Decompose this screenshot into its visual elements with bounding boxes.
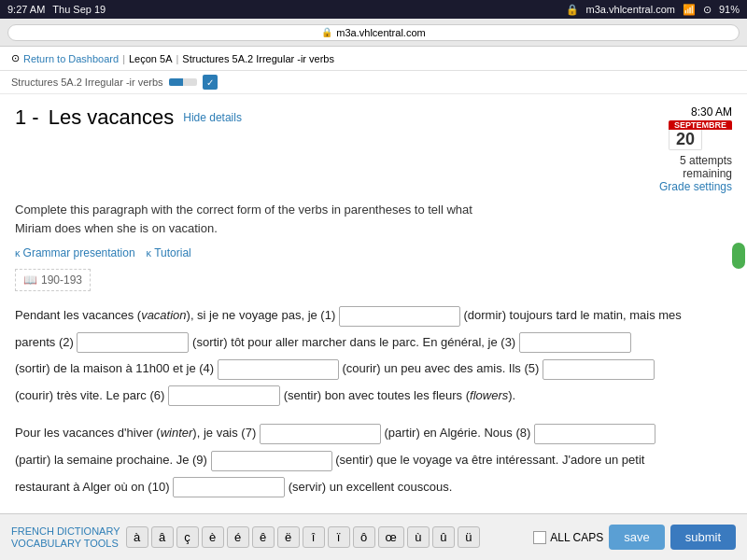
submit-button[interactable]: submit	[670, 525, 736, 550]
exercise-area: Pendant les vacances (vacation), si je n…	[0, 295, 747, 513]
char-a-grave[interactable]: à	[126, 526, 148, 548]
p2-hint10: (servir) un excellent couscous.	[289, 480, 453, 494]
progress-checkbox: ✓	[203, 75, 218, 90]
return-to-dashboard-link[interactable]: Return to Dashboard	[23, 53, 119, 64]
calendar-day: 20	[669, 130, 702, 150]
activity-heading: Les vacances	[49, 105, 175, 130]
lock-icon: 🔒	[566, 4, 579, 16]
progress-fill	[169, 78, 183, 86]
save-button[interactable]: save	[609, 525, 664, 550]
url-display: m3a.vhlcentral.com	[586, 4, 675, 15]
date-box: 8:30 AM septembre 20 5 attempts remainin…	[659, 105, 732, 193]
calendar-month: septembre	[669, 120, 732, 130]
input-5[interactable]	[543, 359, 655, 380]
p2-hint9: (sentir) que le voyage va être intéressa…	[335, 453, 644, 467]
exercise-paragraph-2: Pour les vacances d'hiver (winter), je v…	[15, 420, 732, 500]
reference-box: 📖 190-193	[15, 269, 91, 291]
status-bar: 9:27 AM Thu Sep 19 🔒 m3a.vhlcentral.com …	[0, 0, 747, 19]
char-e-circ[interactable]: ê	[252, 526, 275, 548]
char-e-uml[interactable]: ë	[277, 526, 300, 548]
input-1[interactable]	[339, 306, 460, 327]
content-area: ⊙ Return to Dashboard | Leçon 5A | Struc…	[0, 47, 747, 513]
hide-details-link[interactable]: Hide details	[183, 111, 242, 124]
flowers-hint: flowers	[470, 388, 508, 402]
breadcrumb-home-icon: ⊙	[11, 52, 20, 64]
p1-text3: (sortir) de la maison à 11h00 et je (4)	[15, 361, 218, 375]
vacation-hint: vacation	[141, 308, 186, 322]
p1-text1: Pendant les vacances (vacation), si je n…	[15, 308, 339, 322]
char-i-uml[interactable]: ï	[328, 526, 350, 548]
scroll-indicator	[732, 243, 745, 269]
remaining-label: remaining	[659, 167, 732, 180]
wifi-icon: 📶	[683, 4, 696, 16]
attempts-remaining: 5 attempts	[659, 154, 732, 167]
char-u-circ[interactable]: û	[432, 526, 455, 548]
vocab-tools-link[interactable]: VOCABULARY TOOLS	[11, 538, 120, 549]
input-7[interactable]	[260, 424, 381, 444]
activity-title: 1 - Les vacances Hide details	[15, 105, 242, 130]
progress-area: Structures 5A.2 Irregular -ir verbs ✓	[0, 71, 747, 94]
char-u-uml[interactable]: ü	[458, 526, 480, 548]
p2-text1: Pour les vacances d'hiver (winter), je v…	[15, 426, 260, 440]
grade-settings-link[interactable]: Grade settings	[659, 180, 732, 193]
description-line2: Miriam does when she is on vacation.	[15, 219, 732, 238]
french-dictionary-link[interactable]: FRENCH DICTIONARY	[11, 525, 120, 537]
description-line1: Complete this paragraph with the correct…	[15, 201, 732, 219]
book-icon: 📖	[23, 273, 37, 287]
footer-links: FRENCH DICTIONARY VOCABULARY TOOLS	[11, 525, 120, 549]
input-3[interactable]	[519, 332, 631, 353]
url-text: m3a.vhlcentral.com	[336, 27, 425, 38]
p1-hint6: (sentir) bon avec toutes les fleurs (flo…	[284, 388, 516, 402]
breadcrumb-lecon: Leçon 5A	[129, 53, 172, 64]
char-a-circ[interactable]: â	[151, 526, 174, 548]
p1-hint1: (dormir) toujours tard le matin, mais me…	[464, 308, 682, 322]
time-display: 9:27 AM	[7, 4, 45, 15]
p1-hint2: (sortir) tôt pour aller marcher dans le …	[192, 335, 519, 349]
links-row: Grammar presentation Tutorial	[0, 241, 747, 265]
char-c-cedilla[interactable]: ç	[176, 526, 199, 548]
progress-bar	[169, 78, 197, 86]
breadcrumb-structures: Structures 5A.2 Irregular -ir verbs	[182, 53, 334, 64]
browser-chrome: 🔒 m3a.vhlcentral.com	[0, 19, 747, 47]
input-8[interactable]	[534, 424, 655, 444]
input-6[interactable]	[168, 385, 280, 406]
special-chars-bar: à â ç è é ê ë î ï ô œ ù û ü	[126, 526, 529, 548]
input-9[interactable]	[211, 451, 332, 471]
time-badge: 8:30 AM	[691, 105, 732, 119]
activity-description: Complete this paragraph with the correct…	[0, 197, 747, 241]
p2-text3: restaurant à Alger où on (10)	[15, 480, 173, 494]
activity-header: 1 - Les vacances Hide details 8:30 AM se…	[0, 94, 747, 197]
p1-text2: parents (2)	[15, 335, 77, 349]
p1-text4: (courir) très vite. Le parc (6)	[15, 388, 168, 402]
battery-display: 91%	[719, 4, 740, 15]
char-e-acute[interactable]: é	[227, 526, 249, 548]
p1-hint4: (courir) un peu avec des amis. Ils (5)	[342, 361, 543, 375]
char-e-grave[interactable]: è	[202, 526, 224, 548]
grammar-presentation-link[interactable]: Grammar presentation	[15, 246, 135, 259]
secure-icon: 🔒	[321, 27, 332, 37]
input-4[interactable]	[218, 359, 339, 380]
reference-pages: 190-193	[41, 273, 82, 287]
winter-hint: winter	[161, 426, 193, 440]
day-display: Thu Sep 19	[52, 4, 106, 15]
bottom-toolbar: FRENCH DICTIONARY VOCABULARY TOOLS à â ç…	[0, 513, 747, 560]
all-caps-label: ALL CAPS	[550, 531, 603, 544]
signal-icon: ⊙	[703, 4, 712, 16]
p2-text2: (partir) la semaine prochaine. Je (9)	[15, 453, 211, 467]
char-u-grave[interactable]: ù	[407, 526, 430, 548]
input-2[interactable]	[77, 332, 189, 353]
char-oe[interactable]: œ	[378, 526, 404, 548]
p2-hint7: (partir) en Algérie. Nous (8)	[385, 426, 534, 440]
char-i-circ[interactable]: î	[303, 526, 325, 548]
exercise-paragraph-1: Pendant les vacances (vacation), si je n…	[15, 302, 732, 409]
activity-number: 1 -	[15, 105, 39, 130]
caps-area: ALL CAPS	[533, 531, 603, 544]
breadcrumb: ⊙ Return to Dashboard | Leçon 5A | Struc…	[0, 47, 747, 71]
input-10[interactable]	[173, 477, 285, 497]
tutorial-link[interactable]: Tutorial	[147, 246, 191, 259]
progress-label: Structures 5A.2 Irregular -ir verbs	[11, 77, 163, 88]
char-o-circ[interactable]: ô	[353, 526, 375, 548]
url-bar[interactable]: 🔒 m3a.vhlcentral.com	[7, 24, 740, 41]
all-caps-checkbox[interactable]	[533, 531, 546, 544]
action-buttons: save submit	[609, 525, 736, 550]
